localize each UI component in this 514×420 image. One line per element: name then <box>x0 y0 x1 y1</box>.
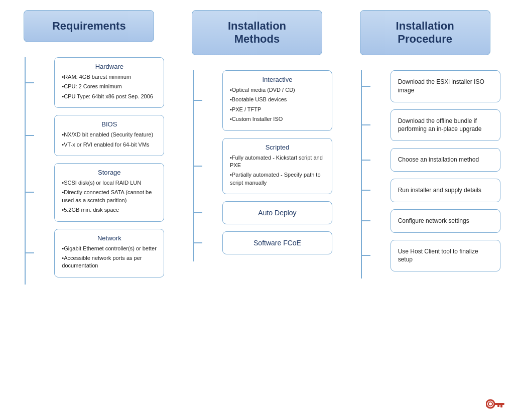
method-scripted-box: Scripted •Fully automated - Kickstart sc… <box>222 138 332 195</box>
proc-step-3: Run installer and supply details <box>350 179 500 202</box>
proc-step-1: Download the offline bundle if performin… <box>350 109 500 142</box>
method-interactive-title: Interactive <box>230 76 325 83</box>
requirements-inner: Hardware •RAM: 4GB barest minimum •CPU: … <box>14 57 164 285</box>
proc-step-5: Use Host Client tool to finalize setup <box>350 240 500 272</box>
req-storage-box: Storage •SCSI disk(s) or local RAID LUN … <box>54 163 164 222</box>
svg-rect-4 <box>497 405 499 407</box>
method-autodeploy-item: Auto Deploy <box>182 201 332 224</box>
svg-point-0 <box>486 400 494 408</box>
req-hardware-item-0: •RAM: 4GB barest minimum <box>62 73 157 81</box>
svg-point-1 <box>488 402 492 406</box>
procedure-column: Installation Procedure Download the ESXi… <box>350 10 500 278</box>
req-network-box: Network •Gigabit Ethernet controller(s) … <box>54 229 164 277</box>
procedure-header: Installation Procedure <box>360 10 490 55</box>
proc-step-0: Download the ESXi installer ISO image <box>350 70 500 102</box>
method-scripted-item-0: •Fully automated - Kickstart script and … <box>230 154 325 170</box>
method-interactive-box: Interactive •Optical media (DVD / CD) •B… <box>222 70 332 131</box>
method-interactive-item-0: •Optical media (DVD / CD) <box>230 86 325 94</box>
method-scripted-item: Scripted •Fully automated - Kickstart sc… <box>182 138 332 195</box>
req-bios-item: BIOS •NX/XD bit enabled (Security featur… <box>14 115 164 156</box>
procedure-inner: Download the ESXi installer ISO image Do… <box>350 70 500 278</box>
req-storage-item-1: •Directly connected SATA (cannot be used… <box>62 189 157 204</box>
req-bios-item-1: •VT-x or RVI enabled for 64-bit VMs <box>62 141 157 149</box>
method-fcoe-item: Software FCoE <box>182 231 332 254</box>
req-hardware-title: Hardware <box>62 63 157 70</box>
method-scripted-title: Scripted <box>230 144 325 151</box>
method-fcoe-box: Software FCoE <box>222 231 332 254</box>
proc-step-5-box: Use Host Client tool to finalize setup <box>391 240 500 272</box>
proc-step-4-box: Configure network settings <box>391 209 500 233</box>
proc-step-1-box: Download the offline bundle if performin… <box>391 109 500 142</box>
proc-step-0-box: Download the ESXi installer ISO image <box>391 70 500 102</box>
req-network-item-0: •Gigabit Ethernet controller(s) or bette… <box>62 245 157 252</box>
svg-rect-3 <box>500 405 502 407</box>
method-interactive-item-3: •Custom Installer ISO <box>230 115 325 123</box>
method-interactive-item: Interactive •Optical media (DVD / CD) •B… <box>182 70 332 131</box>
method-autodeploy-box: Auto Deploy <box>222 201 332 224</box>
req-hardware-box: Hardware •RAM: 4GB barest minimum •CPU: … <box>54 57 164 108</box>
requirements-column: Requirements Hardware •RAM: 4GB barest m… <box>14 10 164 285</box>
methods-inner: Interactive •Optical media (DVD / CD) •B… <box>182 70 332 261</box>
requirements-header: Requirements <box>24 10 154 42</box>
req-storage-item-0: •SCSI disk(s) or local RAID LUN <box>62 179 157 187</box>
proc-step-3-box: Run installer and supply details <box>391 179 500 202</box>
req-network-item: Network •Gigabit Ethernet controller(s) … <box>14 229 164 277</box>
page: Requirements Hardware •RAM: 4GB barest m… <box>0 0 514 420</box>
req-hardware-item: Hardware •RAM: 4GB barest minimum •CPU: … <box>14 57 164 108</box>
req-storage-item: Storage •SCSI disk(s) or local RAID LUN … <box>14 163 164 222</box>
req-bios-box: BIOS •NX/XD bit enabled (Security featur… <box>54 115 164 156</box>
req-hardware-item-1: •CPU: 2 Cores minimum <box>62 83 157 90</box>
req-network-item-1: •Accessible network ports as per documen… <box>62 254 157 270</box>
req-hardware-item-2: •CPU Type: 64bit x86 post Sep. 2006 <box>62 93 157 100</box>
method-scripted-item-1: •Partially automated - Specify path to s… <box>230 171 325 187</box>
methods-column: Installation Methods Interactive •Optica… <box>182 10 332 261</box>
watermark-icon <box>486 396 505 415</box>
method-interactive-item-2: •PXE / TFTP <box>230 106 325 113</box>
proc-step-4: Configure network settings <box>350 209 500 233</box>
method-interactive-item-1: •Bootable USB devices <box>230 96 325 103</box>
req-bios-item-0: •NX/XD bit enabled (Security feature) <box>62 131 157 138</box>
proc-step-2: Choose an installation method <box>350 148 500 172</box>
req-storage-item-2: •5.2GB min. disk space <box>62 206 157 214</box>
req-bios-title: BIOS <box>62 120 157 128</box>
svg-rect-2 <box>494 403 504 405</box>
methods-header: Installation Methods <box>192 10 322 55</box>
req-storage-title: Storage <box>62 169 157 176</box>
proc-step-2-box: Choose an installation method <box>391 148 500 172</box>
req-network-title: Network <box>62 234 157 242</box>
